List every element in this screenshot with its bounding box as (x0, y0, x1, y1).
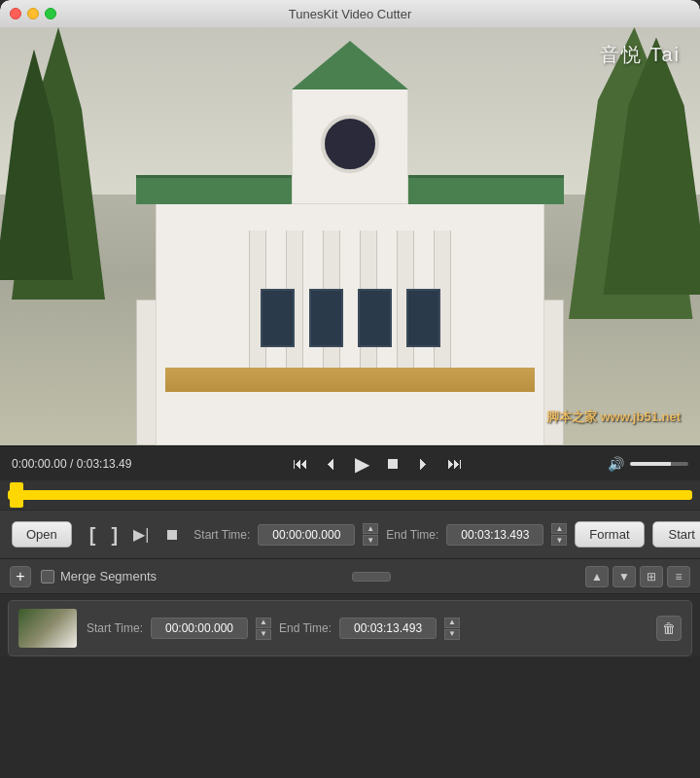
trim-controls: Open [ ] ▶| ⏹ Start Time: ▲ ▼ End Time: … (0, 510, 700, 558)
drag-handle-area (166, 572, 576, 582)
windows (180, 289, 520, 347)
mark-stop-button[interactable]: ⏹ (158, 523, 186, 547)
menu-button[interactable]: ≡ (667, 566, 690, 587)
frame-back-button[interactable]: ⏮ (289, 454, 312, 474)
window-4 (406, 289, 440, 347)
segment-times: Start Time: ▲ ▼ End Time: ▲ ▼ (87, 618, 647, 640)
window-1 (261, 289, 295, 347)
merge-checkbox[interactable] (41, 570, 54, 584)
title-bar: TunesKit Video Cutter (0, 0, 700, 27)
video-scene (0, 27, 700, 445)
volume-slider[interactable] (630, 462, 688, 466)
segment-row: Start Time: ▲ ▼ End Time: ▲ ▼ 🗑 (8, 600, 692, 656)
fullscreen-button[interactable]: ⊞ (640, 566, 663, 587)
time-display: 0:00:00.00 / 0:03:13.49 (12, 457, 148, 471)
volume-icon: 🔊 (608, 456, 624, 472)
timeline-track[interactable] (8, 490, 692, 500)
merge-check: Merge Segments (41, 569, 157, 584)
mark-in-button[interactable]: [ (84, 521, 102, 548)
watermark-bottom: 脚本之家 www.jb51.net (546, 408, 681, 426)
segments-actions: ▲ ▼ ⊞ ≡ (585, 566, 690, 587)
start-time-stepper[interactable]: ▲ ▼ (363, 523, 378, 546)
segment-thumbnail (18, 609, 77, 648)
mark-out-button[interactable]: ] (105, 521, 123, 548)
traffic-lights (10, 8, 56, 19)
video-frame: 音悦 Tai 脚本之家 www.jb51.net (0, 27, 700, 445)
end-time-up[interactable]: ▲ (551, 523, 567, 534)
seg-start-label: Start Time: (87, 621, 143, 635)
stop-button[interactable]: ⏹ (381, 454, 404, 474)
end-time-input[interactable] (446, 524, 543, 546)
frame-forward-button[interactable]: ⏭ (443, 454, 467, 474)
close-button[interactable] (10, 8, 21, 19)
portico (165, 368, 535, 392)
start-time-down[interactable]: ▼ (363, 535, 378, 546)
start-time-up[interactable]: ▲ (363, 523, 378, 534)
start-button[interactable]: Start (652, 521, 700, 548)
step-forward-button[interactable]: ⏵ (412, 454, 436, 474)
seg-start-down[interactable]: ▼ (256, 629, 271, 640)
seg-start-up[interactable]: ▲ (256, 618, 271, 628)
playback-controls: ⏮ ⏴ ▶ ⏹ ⏵ ⏭ (148, 452, 608, 476)
segments-panel: + Merge Segments ▲ ▼ ⊞ ≡ Start Time: ▲ ▼… (0, 558, 700, 656)
end-time-down[interactable]: ▼ (551, 535, 567, 546)
thumb-image (18, 609, 77, 648)
merge-label: Merge Segments (60, 569, 157, 584)
building-body (156, 202, 544, 445)
tower-roof (292, 41, 408, 89)
seg-end-stepper[interactable]: ▲ ▼ (444, 618, 460, 640)
start-time-input[interactable] (258, 524, 355, 546)
clock (321, 115, 379, 173)
seg-end-up[interactable]: ▲ (444, 618, 460, 628)
seg-start-input[interactable] (151, 618, 248, 639)
minimize-button[interactable] (27, 8, 39, 19)
timeline-bar[interactable] (0, 480, 700, 510)
step-back-button[interactable]: ⏴ (320, 454, 343, 474)
play-button[interactable]: ▶ (351, 452, 373, 476)
mark-play-button[interactable]: ▶| (127, 523, 155, 547)
start-time-label: Start Time: (193, 528, 250, 542)
end-time-stepper[interactable]: ▲ ▼ (551, 523, 567, 546)
seg-end-down[interactable]: ▼ (444, 629, 460, 640)
window-3 (358, 289, 392, 347)
add-segment-button[interactable]: + (10, 566, 31, 587)
seg-end-label: End Time: (279, 621, 332, 635)
end-time-label: End Time: (386, 528, 438, 542)
segments-header: + Merge Segments ▲ ▼ ⊞ ≡ (0, 559, 700, 594)
delete-segment-button[interactable]: 🗑 (656, 616, 682, 641)
building (107, 105, 593, 445)
move-up-button[interactable]: ▲ (585, 566, 609, 587)
maximize-button[interactable] (45, 8, 56, 19)
window-2 (309, 289, 343, 347)
move-down-button[interactable]: ▼ (612, 566, 636, 587)
watermark-top: 音悦 Tai (600, 42, 681, 68)
playback-bar: 0:00:00.00 / 0:03:13.49 ⏮ ⏴ ▶ ⏹ ⏵ ⏭ 🔊 (0, 445, 700, 480)
seg-start-stepper[interactable]: ▲ ▼ (256, 618, 271, 640)
app-title: TunesKit Video Cutter (289, 7, 411, 21)
drag-handle[interactable] (352, 572, 391, 582)
open-button[interactable]: Open (12, 521, 72, 548)
format-button[interactable]: Format (575, 521, 644, 548)
timeline-handle[interactable] (10, 482, 23, 508)
seg-end-input[interactable] (339, 618, 437, 639)
video-area: 音悦 Tai 脚本之家 www.jb51.net (0, 27, 700, 445)
volume-area: 🔊 (608, 456, 688, 472)
mark-buttons: [ ] ▶| ⏹ (84, 521, 187, 548)
